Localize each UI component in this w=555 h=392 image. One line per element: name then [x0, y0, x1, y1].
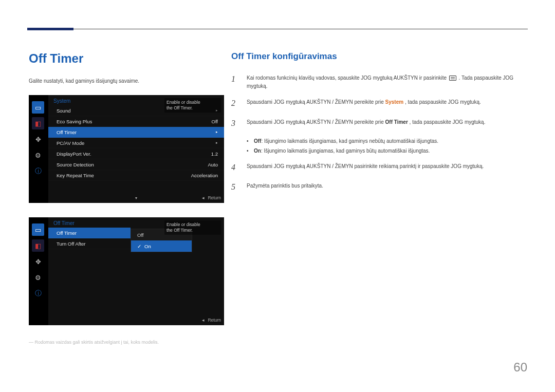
osd-tooltip-line: Enable or disable: [166, 100, 200, 105]
osd-row: Source Detection Auto: [48, 159, 224, 170]
osd-row-label: DisplayPort Ver.: [57, 151, 91, 157]
gear-icon: ⚙: [32, 271, 44, 284]
chevron-right-icon: ▸: [216, 141, 218, 145]
step-text: , tada paspauskite JOG mygtuką.: [410, 119, 486, 125]
step: 2 Spausdami JOG mygtuką AUKŠTYN / ŽEMYN …: [231, 97, 527, 110]
step: 1 Kai rodomas funkcinių klavišų vadovas,…: [231, 73, 527, 90]
bullet-text: : Išjungimo laikmatis išjungiamas, kad g…: [261, 138, 438, 144]
osd-row-label: Eco Saving Plus: [57, 119, 92, 124]
bullet-label: Off: [254, 138, 261, 144]
check-icon: ✓: [137, 244, 141, 249]
osd-option-selected: ✓ On: [131, 240, 192, 252]
osd-row-label: Sound: [57, 108, 70, 114]
step-body: Kai rodomas funkcinių klavišų vadovas, s…: [247, 73, 527, 90]
osd-row-label: PC/AV Mode: [57, 140, 84, 146]
osd-content: Off Timer Off Timer Off Turn Off After O…: [48, 217, 224, 325]
step: 4 Spausdami JOG mygtuką AUKŠTYN / ŽEMYN …: [231, 161, 527, 174]
page-number: 60: [513, 360, 527, 375]
osd-row: Eco Saving Plus Off: [48, 116, 224, 127]
info-icon: ⓘ: [32, 287, 44, 300]
step-highlight: System: [385, 99, 404, 105]
chevron-right-icon: ▸: [216, 130, 218, 134]
step: 3 Spausdami JOG mygtuką AUKŠTYN / ŽEMYN …: [231, 117, 527, 130]
step-text: Spausdami JOG mygtuką AUKŠTYN / ŽEMYN pe…: [247, 119, 385, 125]
section-heading: Off Timer konfigūravimas: [231, 51, 527, 62]
osd-footer: ◂ Return: [68, 195, 221, 200]
osd-row: Key Repeat Time Acceleration: [48, 170, 224, 181]
osd-screenshot-offtimer: ▭ ◧ ✥ ⚙ ⓘ Off Timer Off Timer Off Turn O…: [29, 217, 224, 325]
osd-row-value: Auto: [208, 162, 218, 167]
osd-row-label: Source Detection: [57, 162, 94, 167]
step-number: 2: [231, 97, 239, 110]
footnote: ― Rodomas vaizdas gali skirtis atsižvelg…: [29, 340, 224, 345]
osd-tooltip: Enable or disable the Off Timer.: [164, 220, 221, 235]
monitor-icon: ▭: [32, 101, 44, 114]
osd-tooltip: Enable or disable the Off Timer.: [164, 98, 221, 113]
osd-sidebar: ▭ ◧ ✥ ⚙ ⓘ: [32, 223, 45, 300]
gear-icon: ⚙: [32, 149, 44, 161]
picture-icon: ◧: [32, 117, 44, 129]
osd-row-value: 1.2: [211, 151, 218, 157]
osd-row-value: Off: [212, 119, 218, 124]
osd-row-selected: Off Timer ▸: [48, 127, 224, 138]
header-divider: [27, 29, 528, 29]
intro-text: Galite nustatyti, kad gaminys išsijungtų…: [29, 78, 224, 84]
step-text: Kai rodomas funkcinių klavišų vadovas, s…: [247, 75, 448, 81]
bullet-label: On: [254, 148, 261, 154]
step-text: , tada paspauskite JOG mygtuką.: [405, 99, 481, 105]
osd-row-value: Acceleration: [191, 173, 218, 178]
header-accent: [27, 28, 73, 30]
monitor-icon: ▭: [32, 223, 44, 236]
picture-icon: ◧: [32, 239, 44, 252]
step-number: 4: [231, 161, 239, 174]
chevron-left-icon: ◂: [202, 195, 205, 200]
bullet-list: Off: Išjungimo laikmatis išjungiamas, ka…: [247, 137, 527, 155]
osd-row: PC/AV Mode ▸: [48, 138, 224, 148]
osd-row-selected: Off Timer Off: [48, 228, 131, 238]
chevron-left-icon: ◂: [202, 318, 205, 323]
osd-tooltip-line: the Off Timer.: [166, 228, 193, 233]
osd-option-label: On: [144, 244, 151, 249]
step-number: 5: [231, 181, 239, 194]
step-highlight: Off Timer: [385, 119, 408, 125]
osd-row: DisplayPort Ver. 1.2: [48, 148, 224, 159]
osd-content: System Sound ▸ Eco Saving Plus Off Off T…: [48, 95, 224, 203]
osd-row-label: Key Repeat Time: [57, 173, 94, 178]
osd-footer: ◂ Return: [68, 318, 221, 323]
step-number: 1: [231, 73, 239, 90]
step-body: Spausdami JOG mygtuką AUKŠTYN / ŽEMYN pa…: [247, 161, 527, 174]
osd-row: Turn Off After: [48, 238, 131, 249]
step-body: Pažymėta parinktis bus pritaikyta.: [247, 181, 527, 194]
osd-tooltip-line: Enable or disable: [166, 222, 200, 227]
step: 5 Pažymėta parinktis bus pritaikyta.: [231, 181, 527, 194]
step-body: Spausdami JOG mygtuką AUKŠTYN / ŽEMYN pe…: [247, 117, 527, 130]
osd-screenshot-system: ▭ ◧ ✥ ⚙ ⓘ System Sound ▸ Eco Saving Plus…: [29, 95, 224, 203]
bullet-item: On: Išjungimo laikmatis įjungiamas, kad …: [247, 147, 527, 155]
target-icon: ✥: [32, 133, 44, 145]
bullet-text: : Išjungimo laikmatis įjungiamas, kad ga…: [261, 148, 430, 154]
osd-row-label: Off Timer: [57, 129, 77, 135]
target-icon: ✥: [32, 255, 44, 268]
step-text: Spausdami JOG mygtuką AUKŠTYN / ŽEMYN pe…: [247, 99, 385, 105]
osd-return-label: Return: [208, 195, 221, 200]
bullet-item: Off: Išjungimo laikmatis išjungiamas, ka…: [247, 137, 527, 145]
osd-row-label: Off Timer: [57, 230, 77, 236]
page-title: Off Timer: [29, 51, 224, 66]
step-body: Spausdami JOG mygtuką AUKŠTYN / ŽEMYN pe…: [247, 97, 527, 110]
osd-option-label: Off: [137, 232, 144, 238]
step-number: 3: [231, 117, 239, 130]
osd-tooltip-line: the Off Timer.: [166, 105, 193, 110]
osd-row-label: Turn Off After: [57, 241, 86, 247]
osd-sidebar: ▭ ◧ ✥ ⚙ ⓘ: [32, 101, 45, 177]
info-icon: ⓘ: [32, 165, 44, 177]
steps-list: 1 Kai rodomas funkcinių klavišų vadovas,…: [231, 73, 527, 194]
osd-return-label: Return: [208, 318, 221, 323]
menu-icon: [449, 76, 456, 81]
